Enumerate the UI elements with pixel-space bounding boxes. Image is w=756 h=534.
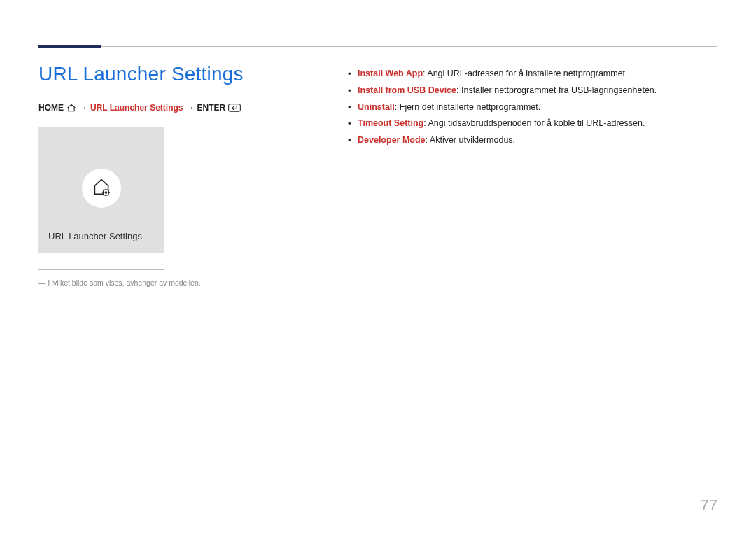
model-note: ― Hvilket bilde som vises, avhenger av m…: [38, 279, 290, 287]
right-column: Install Web App: Angi URL-adressen for å…: [346, 63, 718, 287]
manual-page: URL Launcher Settings HOME → URL Launche…: [0, 0, 756, 534]
breadcrumb-home: HOME: [38, 103, 64, 113]
svg-rect-0: [229, 104, 241, 111]
list-item: Uninstall: Fjern det installerte nettpro…: [346, 101, 718, 114]
breadcrumb-enter: ENTER: [197, 103, 225, 113]
tile-label: URL Launcher Settings: [48, 231, 142, 241]
list-item-label: Developer Mode: [358, 135, 426, 145]
breadcrumb-arrow-1: →: [79, 103, 88, 113]
home-icon: [66, 104, 76, 112]
list-item: Install from USB Device: Installer nettp…: [346, 84, 718, 97]
breadcrumb-arrow-2: →: [186, 103, 194, 113]
home-gear-icon: [90, 176, 113, 201]
tile-icon-circle: [82, 169, 121, 208]
list-item-desc: : Angi URL-adressen for å installere net…: [423, 69, 628, 78]
list-item-label: Install Web App: [358, 69, 423, 78]
list-item-label: Timeout Setting: [358, 118, 424, 128]
svg-point-1: [103, 190, 108, 195]
tile-preview: URL Launcher Settings: [38, 127, 164, 253]
list-item-label: Uninstall: [358, 102, 395, 112]
note-rule: [38, 269, 164, 270]
list-item-desc: : Aktiver utviklermodus.: [426, 135, 516, 145]
svg-line-10: [103, 195, 104, 195]
breadcrumb-middle: URL Launcher Settings: [90, 103, 183, 113]
list-item: Install Web App: Angi URL-adressen for å…: [346, 67, 718, 80]
list-item: Developer Mode: Aktiver utviklermodus.: [346, 134, 718, 147]
enter-icon: [228, 104, 241, 112]
bullet-list: Install Web App: Angi URL-adressen for å…: [346, 67, 718, 147]
top-rule: [38, 46, 718, 47]
list-item-desc: : Angi tidsavbruddsperioden for å koble …: [424, 118, 645, 128]
list-item-desc: : Fjern det installerte nettprogrammet.: [395, 102, 540, 112]
top-rule-accent: [38, 45, 102, 48]
left-column: URL Launcher Settings HOME → URL Launche…: [38, 63, 290, 287]
content-columns: URL Launcher Settings HOME → URL Launche…: [38, 63, 718, 287]
list-item-label: Install from USB Device: [358, 85, 456, 95]
svg-line-7: [108, 190, 108, 190]
page-title: URL Launcher Settings: [38, 63, 290, 85]
page-number: 77: [701, 496, 718, 514]
list-item-desc: : Installer nettprogrammet fra USB-lagri…: [456, 85, 657, 95]
svg-line-9: [108, 195, 108, 195]
list-item: Timeout Setting: Angi tidsavbruddsperiod…: [346, 117, 718, 130]
breadcrumb: HOME → URL Launcher Settings → ENTER: [38, 103, 290, 113]
svg-line-8: [103, 190, 104, 190]
